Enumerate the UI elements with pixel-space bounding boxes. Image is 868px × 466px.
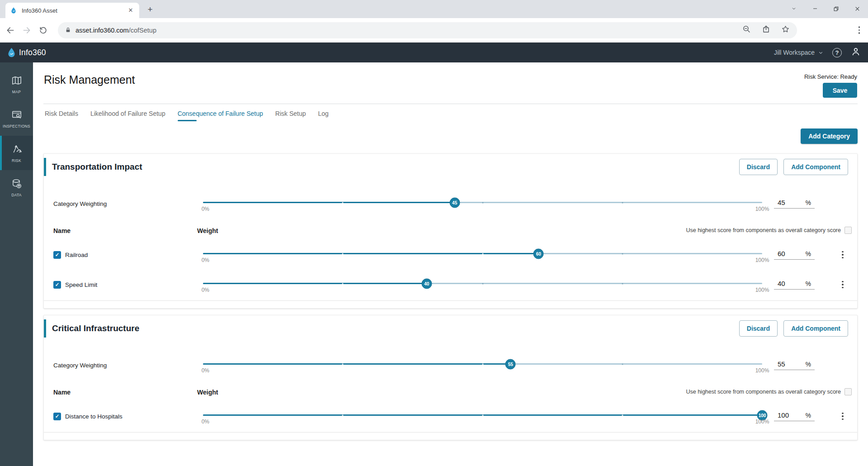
window-close-button[interactable]: [847, 0, 868, 17]
tab-likelihood-of-failure-setup[interactable]: Likelihood of Failure Setup: [90, 110, 165, 121]
component-weight-input[interactable]: [778, 250, 797, 257]
card-bottom-divider: [44, 300, 857, 301]
inspections-icon: [11, 109, 23, 121]
category-weight-field: %: [774, 199, 815, 209]
card-bottom-divider: [44, 432, 857, 433]
percent-unit: %: [806, 199, 811, 206]
zoom-out-icon[interactable]: [742, 25, 751, 35]
component-weight-field: %: [774, 250, 815, 260]
component-checkbox[interactable]: ✓: [53, 251, 61, 259]
new-tab-button[interactable]: +: [144, 3, 156, 16]
percent-unit: %: [806, 280, 811, 287]
save-button[interactable]: Save: [823, 83, 857, 98]
person-icon: [851, 47, 861, 57]
slider-thumb[interactable]: 55: [505, 359, 516, 369]
add-component-button[interactable]: Add Component: [783, 320, 848, 337]
category-weighting-label: Category Weighting: [44, 362, 203, 369]
window-minimize-button[interactable]: [804, 0, 826, 17]
sidebar-item-label: DATA: [11, 193, 22, 197]
data-icon: [11, 178, 23, 190]
info360-drop-icon: [7, 48, 16, 57]
forward-button[interactable]: [21, 24, 33, 36]
category-weight-input[interactable]: [778, 360, 797, 368]
slider-thumb[interactable]: 40: [421, 278, 432, 289]
component-menu-icon[interactable]: [840, 411, 845, 422]
component-name: Railroad: [65, 252, 88, 258]
bookmark-star-icon[interactable]: [781, 25, 790, 35]
sidebar-item-label: MAP: [12, 90, 21, 94]
slider-thumb[interactable]: 60: [533, 248, 544, 259]
reload-button[interactable]: [37, 24, 49, 36]
share-icon[interactable]: [762, 25, 770, 35]
back-button[interactable]: [5, 24, 16, 36]
browser-menu-icon[interactable]: [855, 24, 864, 36]
tab-risk-details[interactable]: Risk Details: [45, 110, 78, 121]
highest-score-checkbox[interactable]: [844, 227, 852, 234]
name-column-header: Name: [53, 389, 71, 396]
components-table-header: Name Weight Use highest score from compo…: [44, 384, 857, 401]
slider-min-label: 0%: [199, 418, 209, 425]
address-bar[interactable]: asset.info360.com/cofSetup: [58, 22, 797, 38]
favicon-water-drop-icon: [10, 7, 17, 14]
sidebar-item-risk[interactable]: RISK: [0, 136, 33, 170]
slider-min-label: 0%: [199, 257, 209, 263]
page-tabs: Risk Details Likelihood of Failure Setup…: [43, 110, 858, 121]
slider-thumb[interactable]: 45: [449, 197, 460, 208]
browser-tab-title: Info360 Asset: [22, 7, 122, 14]
sidebar: MAP INSPECTIONS RISK DATA: [0, 62, 33, 466]
map-icon: [11, 75, 23, 86]
component-checkbox[interactable]: ✓: [53, 281, 61, 289]
tab-close-icon[interactable]: ✕: [127, 6, 135, 14]
sidebar-item-inspections[interactable]: INSPECTIONS: [0, 101, 33, 136]
sidebar-item-data[interactable]: DATA: [0, 170, 33, 204]
component-checkbox[interactable]: ✓: [53, 413, 61, 420]
workspace-selector[interactable]: Jill Workspace: [774, 49, 823, 56]
category-weighting-slider[interactable]: 45 0% 100%: [203, 194, 774, 214]
slider-max-label: 100%: [755, 287, 769, 293]
sidebar-item-label: INSPECTIONS: [3, 124, 30, 128]
weight-column-header: Weight: [197, 227, 218, 234]
component-weight-slider[interactable]: 60 0% 100%: [203, 245, 774, 265]
highest-score-checkbox[interactable]: [844, 388, 852, 395]
user-account-button[interactable]: [851, 47, 861, 58]
slider-min-label: 0%: [199, 367, 209, 374]
risk-icon: [11, 143, 23, 155]
browser-tabstrip: Info360 Asset ✕ +: [0, 0, 868, 18]
percent-unit: %: [806, 361, 811, 368]
component-menu-icon[interactable]: [840, 279, 845, 290]
browser-toolbar: asset.info360.com/cofSetup: [0, 18, 868, 43]
component-weight-field: %: [774, 411, 815, 421]
category-title: Critical Infrastructure: [52, 323, 139, 333]
help-button[interactable]: ?: [832, 48, 842, 57]
add-component-button[interactable]: Add Component: [783, 159, 848, 175]
add-category-button[interactable]: Add Category: [801, 128, 858, 144]
component-weight-field: %: [774, 280, 815, 290]
component-weight-input[interactable]: [778, 411, 797, 419]
app-brand-name: Info360: [19, 48, 46, 57]
component-weight-input[interactable]: [778, 280, 797, 287]
category-title: Transportation Impact: [52, 162, 142, 172]
app-brand: Info360: [7, 48, 46, 57]
category-card-transportation-impact: Transportation Impact Discard Add Compon…: [43, 153, 858, 309]
category-card-critical-infrastructure: Critical Infrastructure Discard Add Comp…: [43, 315, 858, 440]
chevron-down-icon: [818, 50, 823, 55]
component-menu-icon[interactable]: [840, 249, 845, 261]
slider-min-label: 0%: [199, 206, 209, 212]
component-row-distance-to-hospitals: ✓ Distance to Hospitals 100 0% 100% %: [44, 401, 857, 431]
category-weight-input[interactable]: [778, 199, 797, 206]
main-content: Risk Management Risk Service: Ready Save…: [33, 62, 868, 466]
tab-risk-setup[interactable]: Risk Setup: [275, 110, 306, 121]
discard-button[interactable]: Discard: [739, 320, 778, 337]
tab-consequence-of-failure-setup[interactable]: Consequence of Failure Setup: [178, 110, 263, 121]
discard-button[interactable]: Discard: [739, 159, 778, 175]
browser-tab[interactable]: Info360 Asset ✕: [5, 3, 139, 18]
component-row-speed-limit: ✓ Speed Limit 40 0% 100% %: [44, 270, 857, 300]
tab-search-chevron-icon[interactable]: [783, 0, 804, 17]
category-weighting-slider[interactable]: 55 0% 100%: [203, 355, 774, 375]
sidebar-item-map[interactable]: MAP: [0, 67, 33, 101]
component-weight-slider[interactable]: 100 0% 100%: [203, 406, 774, 426]
tab-log[interactable]: Log: [318, 110, 329, 121]
window-restore-button[interactable]: [826, 0, 847, 17]
component-weight-slider[interactable]: 40 0% 100%: [203, 275, 774, 295]
lock-icon: [65, 27, 71, 33]
